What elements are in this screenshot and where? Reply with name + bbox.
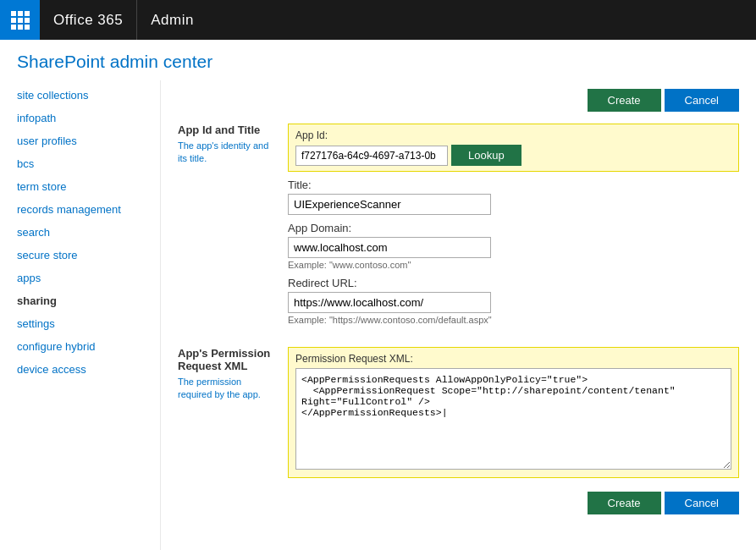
sidebar-item-site-collections[interactable]: site collections <box>0 84 160 107</box>
app-launcher-button[interactable] <box>0 0 40 40</box>
sidebar-item-records-management[interactable]: records management <box>0 198 160 221</box>
bottom-cancel-button[interactable]: Cancel <box>665 492 739 514</box>
top-cancel-button[interactable]: Cancel <box>665 89 739 112</box>
sidebar-item-user-profiles[interactable]: user profiles <box>0 129 160 152</box>
appid-highlight-box: App Id: Lookup <box>288 124 739 172</box>
domain-field-label: App Domain: <box>288 222 739 234</box>
admin-label: Admin <box>137 12 207 29</box>
main-content: Create Cancel App Id and Title The app's… <box>161 80 756 550</box>
top-buttons-row: Create Cancel <box>178 80 739 124</box>
redirect-example-text: Example: "https://www.contoso.com/defaul… <box>288 315 739 325</box>
appid-section-desc: The app's identity and its title. <box>178 140 278 166</box>
sidebar-item-sharing[interactable]: sharing <box>0 289 160 312</box>
sidebar-item-infopath[interactable]: infopath <box>0 107 160 129</box>
appid-input[interactable] <box>295 146 448 166</box>
appid-input-row: Lookup <box>295 145 731 166</box>
lookup-button[interactable]: Lookup <box>451 145 521 166</box>
appid-fields-col: App Id: Lookup Title: App Domain: <box>288 124 739 332</box>
redirect-input[interactable] <box>288 292 491 313</box>
bottom-create-button[interactable]: Create <box>588 492 661 514</box>
header: Office 365 Admin <box>0 0 756 40</box>
appid-field-label: App Id: <box>295 129 731 141</box>
appid-section-title: App Id and Title <box>178 124 278 136</box>
sidebar-item-search[interactable]: search <box>0 221 160 244</box>
redirect-field-label: Redirect URL: <box>288 277 739 289</box>
appid-section: App Id and Title The app's identity and … <box>178 124 739 332</box>
top-create-button[interactable]: Create <box>588 89 661 112</box>
sidebar-item-bcs[interactable]: bcs <box>0 152 160 175</box>
sidebar-item-device-access[interactable]: device access <box>0 358 160 381</box>
domain-input[interactable] <box>288 237 491 258</box>
xml-textarea[interactable]: <AppPermissionRequests AllowAppOnlyPolic… <box>295 368 731 470</box>
permission-label-col: App's Permission Request XML The permiss… <box>178 347 288 481</box>
title-field-label: Title: <box>288 179 739 191</box>
permission-section: App's Permission Request XML The permiss… <box>178 347 739 481</box>
permission-fields-col: Permission Request XML: <AppPermissionRe… <box>288 347 739 481</box>
domain-example-text: Example: "www.contoso.com" <box>288 260 739 270</box>
permission-section-title: App's Permission Request XML <box>178 347 278 372</box>
title-field-group: Title: <box>288 179 739 215</box>
permission-section-desc: The permission required by the app. <box>178 376 278 402</box>
redirect-field-group: Redirect URL: Example: "https://www.cont… <box>288 277 739 325</box>
bottom-buttons-row: Create Cancel <box>178 481 739 523</box>
appid-label-col: App Id and Title The app's identity and … <box>178 124 288 332</box>
sidebar-item-term-store[interactable]: term store <box>0 175 160 198</box>
sidebar-item-settings[interactable]: settings <box>0 312 160 335</box>
xml-highlight-box: Permission Request XML: <AppPermissionRe… <box>288 347 739 478</box>
sidebar: site collectionsinfopathuser profilesbcs… <box>0 80 161 550</box>
title-input[interactable] <box>288 194 491 215</box>
sidebar-item-configure-hybrid[interactable]: configure hybrid <box>0 335 160 358</box>
page-title: SharePoint admin center <box>0 40 756 80</box>
sidebar-item-secure-store[interactable]: secure store <box>0 244 160 267</box>
grid-icon <box>11 11 30 30</box>
xml-field-label: Permission Request XML: <box>295 353 731 365</box>
domain-field-group: App Domain: Example: "www.contoso.com" <box>288 222 739 270</box>
sidebar-item-apps[interactable]: apps <box>0 267 160 289</box>
office365-label: Office 365 <box>40 0 137 40</box>
